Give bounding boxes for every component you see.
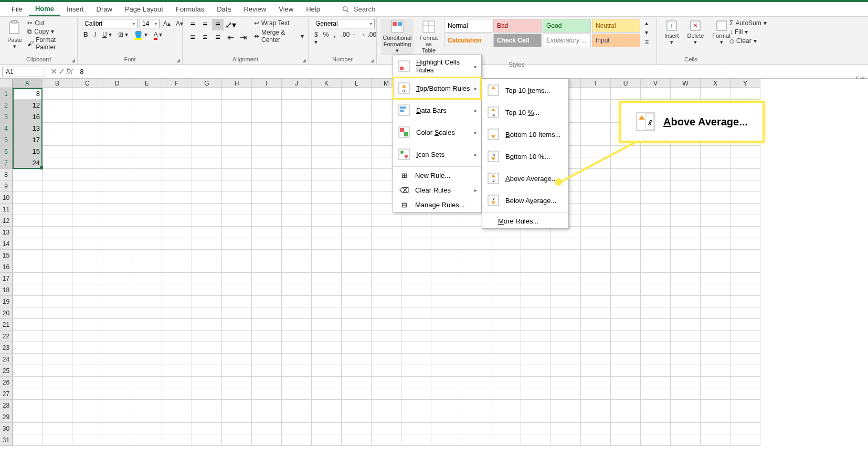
cell-C17[interactable] [72,273,102,284]
percent-button[interactable]: % [322,30,331,46]
cell-A29[interactable] [13,411,43,423]
cell-G3[interactable] [192,111,222,123]
cell-I10[interactable] [252,192,282,204]
cell-U14[interactable] [611,238,641,250]
cell-K3[interactable] [312,111,342,123]
cell-O30[interactable] [431,423,461,434]
cell-J1[interactable] [282,88,312,100]
align-middle-button[interactable]: ≡ [199,19,211,30]
cell-G9[interactable] [192,180,222,192]
align-center-button[interactable]: ≡ [199,31,211,43]
cell-A31[interactable] [13,434,43,446]
cell-K18[interactable] [312,284,342,296]
cell-U21[interactable] [611,319,641,331]
cell-L11[interactable] [342,204,372,215]
cell-V26[interactable] [641,377,671,388]
align-bottom-button[interactable]: ≡ [212,19,224,30]
cell-style-input[interactable]: Input [592,34,640,47]
cell-R30[interactable] [521,423,551,434]
cell-V28[interactable] [641,400,671,411]
cell-A7[interactable]: 24 [13,157,43,169]
cell-Y13[interactable] [731,227,760,238]
cell-J24[interactable] [282,354,312,365]
cell-A5[interactable]: 17 [13,134,43,146]
cell-D27[interactable] [102,388,132,400]
cell-B21[interactable] [43,319,72,331]
cell-J16[interactable] [282,261,312,273]
cell-I18[interactable] [252,284,282,296]
cell-B18[interactable] [43,284,72,296]
cell-D1[interactable] [102,88,132,100]
styles-scroll-down[interactable]: ▾ [643,28,650,37]
cell-S15[interactable] [551,250,581,261]
cell-H20[interactable] [222,307,252,319]
cell-O18[interactable] [431,284,461,296]
row-header-11[interactable]: 11 [0,204,13,215]
cell-E13[interactable] [132,227,162,238]
cell-L15[interactable] [342,250,372,261]
cell-S22[interactable] [551,331,581,342]
cell-O14[interactable] [431,238,461,250]
cell-D22[interactable] [102,331,132,342]
cell-Y9[interactable] [731,180,760,192]
row-header-1[interactable]: 1 [0,88,13,100]
cell-M14[interactable] [372,238,401,250]
row-header-29[interactable]: 29 [0,411,13,423]
cell-A3[interactable]: 16 [13,111,43,123]
cell-A23[interactable] [13,342,43,354]
above-average-item[interactable]: x̄ Above Average... [482,167,568,189]
cell-L1[interactable] [342,88,372,100]
cell-A24[interactable] [13,354,43,365]
cell-L20[interactable] [342,307,372,319]
cell-D18[interactable] [102,284,132,296]
column-header-V[interactable]: V [641,79,671,88]
cell-H7[interactable] [222,157,252,169]
cell-D7[interactable] [102,157,132,169]
cell-F8[interactable] [162,169,192,180]
cell-A12[interactable] [13,215,43,227]
cell-T21[interactable] [581,319,611,331]
cell-V14[interactable] [641,238,671,250]
accounting-format-button[interactable]: $ ▾ [313,30,320,46]
cell-W10[interactable] [671,192,701,204]
cell-X29[interactable] [701,411,731,423]
cell-I25[interactable] [252,365,282,377]
cell-I2[interactable] [252,100,282,111]
paste-button[interactable]: Paste▾ [4,19,25,50]
cell-N23[interactable] [401,342,431,354]
decrease-decimal-button[interactable]: ←.00 [359,30,378,46]
align-top-button[interactable]: ≡ [187,19,198,30]
cell-O26[interactable] [431,377,461,388]
cell-H12[interactable] [222,215,252,227]
cell-V12[interactable] [641,215,671,227]
cell-R22[interactable] [521,331,551,342]
cell-L22[interactable] [342,331,372,342]
cell-M21[interactable] [372,319,401,331]
cell-V9[interactable] [641,180,671,192]
cell-F23[interactable] [162,342,192,354]
cell-C30[interactable] [72,423,102,434]
cell-Q28[interactable] [491,400,521,411]
cell-T17[interactable] [581,273,611,284]
cell-C8[interactable] [72,169,102,180]
cell-G14[interactable] [192,238,222,250]
cell-B11[interactable] [43,204,72,215]
cell-B20[interactable] [43,307,72,319]
cell-P31[interactable] [461,434,491,446]
cell-S21[interactable] [551,319,581,331]
cell-L5[interactable] [342,134,372,146]
increase-font-button[interactable]: A▴ [162,19,172,28]
comma-button[interactable]: , [332,30,337,46]
cell-I26[interactable] [252,377,282,388]
column-header-J[interactable]: J [282,79,312,88]
cell-G28[interactable] [192,400,222,411]
cell-D19[interactable] [102,296,132,307]
cell-H15[interactable] [222,250,252,261]
cell-K23[interactable] [312,342,342,354]
cell-L19[interactable] [342,296,372,307]
cell-W31[interactable] [671,434,701,446]
cell-I27[interactable] [252,388,282,400]
cell-S19[interactable] [551,296,581,307]
cell-L6[interactable] [342,146,372,157]
cell-K31[interactable] [312,434,342,446]
